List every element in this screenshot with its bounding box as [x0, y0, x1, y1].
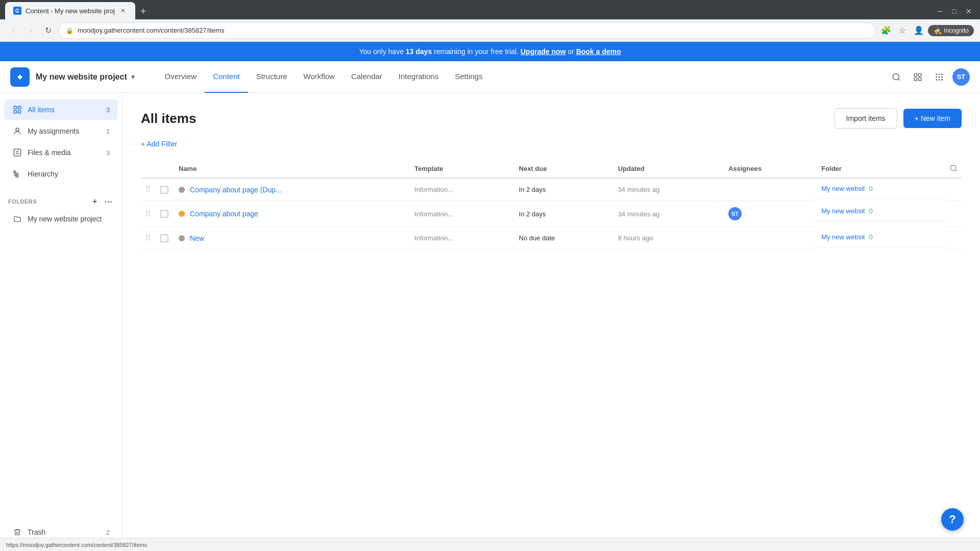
folders-section-header: FOLDERS + ⋯ [0, 189, 122, 209]
template-cell: Information... [408, 201, 512, 227]
sidebar-item-hierarchy[interactable]: Hierarchy [4, 164, 118, 184]
row-checkbox[interactable] [160, 210, 168, 218]
drag-col-header [141, 159, 156, 178]
browser-navbar: ‹ › ↻ 🔒 moodjoy.gathercontent.com/conten… [0, 19, 980, 42]
reload-button[interactable]: ↻ [41, 23, 55, 38]
item-name[interactable]: New [190, 234, 204, 242]
table-row: ⠿ Company about page Information... In 2… [141, 201, 962, 227]
status-dot [179, 211, 185, 217]
profile-icon[interactable]: 👤 [912, 23, 926, 38]
svg-point-15 [941, 79, 943, 80]
demo-link[interactable]: Book a demo [576, 47, 621, 56]
folders-label: FOLDERS [8, 198, 37, 205]
folder-name-link[interactable]: My new websit [821, 185, 865, 192]
nav-overview[interactable]: Overview [157, 61, 205, 93]
window-minimize-button[interactable]: ─ [934, 5, 946, 17]
apps-header-icon[interactable] [931, 69, 947, 85]
new-tab-button[interactable]: + [135, 6, 152, 19]
nav-calendar[interactable]: Calendar [343, 61, 390, 93]
drag-handle[interactable]: ⠿ [141, 227, 156, 249]
folder-cell: My new websit 0 [815, 227, 945, 247]
comment-count: 0 [869, 233, 872, 241]
new-item-button[interactable]: + New item [903, 109, 962, 128]
upgrade-link[interactable]: Upgrade now [521, 47, 566, 56]
svg-rect-25 [16, 176, 18, 177]
svg-rect-3 [914, 73, 917, 76]
hierarchy-label: Hierarchy [28, 170, 58, 178]
browser-tab-active[interactable]: G Content - My new website proj ✕ [5, 2, 135, 19]
sidebar-folder-item[interactable]: My new website project [4, 210, 118, 228]
svg-rect-6 [919, 78, 921, 80]
back-button[interactable]: ‹ [6, 23, 20, 38]
window-close-button[interactable]: ✕ [963, 5, 975, 17]
sidebar: All items 3 My assignments 1 Files & med… [0, 93, 122, 549]
add-folder-button[interactable]: + [89, 196, 101, 207]
nav-structure[interactable]: Structure [248, 61, 296, 93]
drag-handle[interactable]: ⠿ [141, 201, 156, 227]
folder-options-button[interactable]: ⋯ [103, 196, 114, 207]
incognito-hat-icon: 🕵 [933, 27, 942, 35]
drag-handle[interactable]: ⠿ [141, 178, 156, 201]
folder-name-link[interactable]: My new websit [821, 207, 865, 215]
trial-separator: or [566, 47, 576, 56]
template-cell: Information... [408, 227, 512, 249]
svg-point-26 [950, 165, 956, 171]
address-bar[interactable]: 🔒 moodjoy.gathercontent.com/content/3858… [58, 22, 876, 39]
trash-icon [12, 527, 22, 537]
sidebar-item-my-assignments[interactable]: My assignments 1 [4, 121, 118, 141]
svg-rect-19 [18, 111, 21, 113]
header-buttons: Import items + New item [835, 108, 962, 129]
all-items-icon [12, 105, 22, 115]
extensions-icon[interactable]: 🧩 [879, 23, 893, 38]
row-checkbox[interactable] [160, 234, 168, 242]
search-header-icon[interactable] [888, 69, 904, 85]
project-name[interactable]: My new website project ▼ [36, 72, 136, 82]
app-logo[interactable] [10, 67, 30, 87]
item-name-cell: New [173, 227, 408, 249]
row-checkbox-cell[interactable] [156, 201, 173, 227]
app-nav: Overview Content Structure Workflow Cale… [157, 61, 888, 93]
sidebar-item-files-media[interactable]: Files & media 3 [4, 142, 118, 163]
row-checkbox[interactable] [160, 186, 168, 194]
row-actions-cell [945, 178, 962, 201]
all-items-label: All items [28, 106, 55, 114]
item-name[interactable]: Company about page [190, 210, 258, 218]
row-actions-cell [945, 201, 962, 227]
trash-label: Trash [28, 528, 45, 536]
search-col-header[interactable] [945, 159, 962, 178]
folder-name-link[interactable]: My new websit [821, 233, 865, 241]
item-name[interactable]: Company about page (Dup... [190, 186, 282, 194]
row-checkbox-cell[interactable] [156, 227, 173, 249]
item-name-cell: Company about page (Dup... [173, 178, 408, 201]
item-name-cell: Company about page [173, 201, 408, 227]
svg-point-8 [939, 73, 940, 75]
add-filter-link[interactable]: + Add Filter [141, 140, 177, 148]
share-header-icon[interactable] [910, 69, 926, 85]
nav-content[interactable]: Content [205, 61, 248, 93]
folder-name: My new website project [28, 215, 102, 223]
nav-settings[interactable]: Settings [447, 61, 491, 93]
tab-close-icon[interactable]: ✕ [119, 7, 127, 15]
status-bar: https://moodjoy.gathercontent.com/conten… [0, 538, 980, 551]
status-dot [179, 235, 185, 241]
nav-workflow[interactable]: Workflow [296, 61, 343, 93]
content-header: All items Import items + New item [141, 108, 962, 129]
next-due-cell: In 2 days [513, 178, 612, 201]
row-checkbox-cell[interactable] [156, 178, 173, 201]
trial-middle: remaining in your free trial. [432, 47, 521, 56]
forward-button[interactable]: › [23, 23, 38, 38]
status-dot [179, 187, 185, 193]
nav-integrations[interactable]: Integrations [390, 61, 447, 93]
import-items-button[interactable]: Import items [835, 108, 897, 129]
user-avatar[interactable]: ST [952, 68, 970, 86]
assignees-cell: ST [722, 201, 815, 227]
help-button[interactable]: ? [941, 508, 964, 531]
updated-cell: 34 minutes ag [612, 201, 722, 227]
header-actions: ST [888, 68, 970, 86]
bookmark-icon[interactable]: ☆ [895, 23, 910, 38]
svg-point-10 [936, 76, 937, 78]
my-assignments-icon [12, 126, 22, 136]
window-maximize-button[interactable]: □ [948, 5, 961, 17]
sidebar-item-all-items[interactable]: All items 3 [4, 99, 118, 120]
next-due-col-header: Next due [513, 159, 612, 178]
